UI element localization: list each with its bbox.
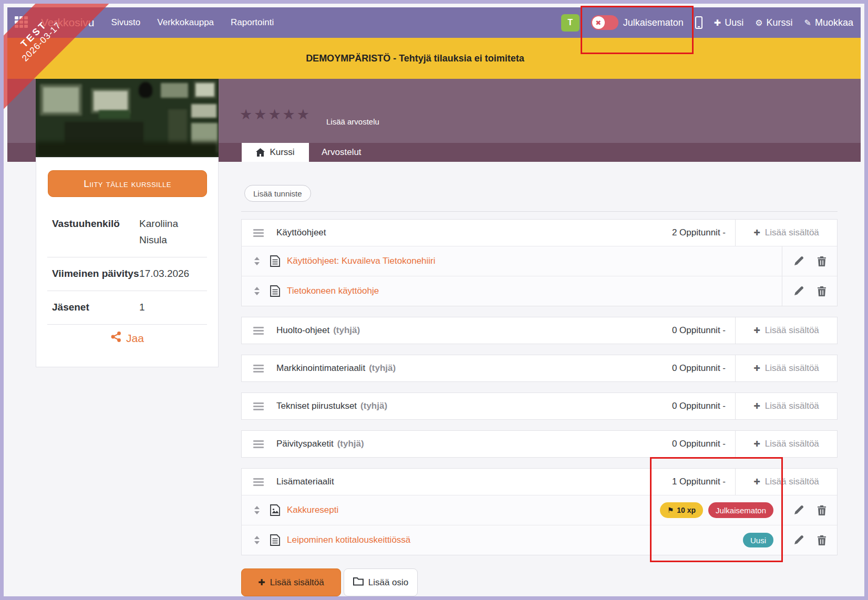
gear-icon: ⚙	[755, 18, 762, 28]
edit-lesson-icon[interactable]	[793, 505, 804, 515]
drag-handle-icon[interactable]	[253, 229, 264, 237]
user-avatar[interactable]: T	[561, 14, 580, 32]
document-icon	[270, 534, 280, 546]
add-content-button[interactable]: ✚ Lisää sisältöä	[735, 355, 837, 381]
field-label: Vastuuhenkilö	[52, 215, 139, 248]
drag-handle-icon[interactable]	[253, 478, 264, 486]
flag-icon: ⚑	[667, 506, 674, 514]
section-lesson-count: 0 Oppitunnit -	[672, 325, 726, 336]
rating-stars[interactable]: ★★★★★	[240, 106, 311, 123]
section-card: Päivityspaketit (tyhjä) 0 Oppitunnit - ✚…	[241, 430, 838, 458]
add-content-button[interactable]: ✚ Lisää sisältöä	[735, 220, 837, 246]
lesson-actions	[782, 246, 837, 276]
sort-handle-icon[interactable]	[254, 287, 260, 295]
add-section-button[interactable]: Lisää osio	[344, 568, 418, 596]
tab-kurssi[interactable]: Kurssi	[242, 143, 309, 162]
lesson-row: Käyttöohjeet: Kuvaileva Tietokonehiiri	[242, 246, 837, 276]
plus-icon: ✚	[714, 18, 721, 28]
add-content-button[interactable]: ✚ Lisää sisältöä	[735, 469, 837, 495]
delete-lesson-icon[interactable]	[817, 535, 826, 546]
drag-handle-icon[interactable]	[253, 327, 264, 335]
section-empty-label: (tyhjä)	[333, 325, 360, 336]
new-button[interactable]: ✚ Uusi	[714, 17, 743, 28]
lesson-title-link[interactable]: Tietokoneen käyttöohje	[287, 286, 379, 296]
badge-label: 10 xp	[677, 506, 696, 514]
share-link[interactable]: Jaa	[36, 331, 218, 345]
add-content-label: Lisää sisältöä	[765, 227, 819, 238]
publish-toggle[interactable]: ✖ Julkaisematon	[591, 15, 684, 30]
drag-handle-icon[interactable]	[253, 440, 264, 448]
delete-lesson-icon[interactable]	[817, 286, 826, 297]
delete-lesson-icon[interactable]	[817, 256, 826, 267]
course-info-card: Liity tälle kurssille VastuuhenkilöKarol…	[36, 157, 219, 367]
course-menu-button[interactable]: ⚙ Kurssi	[755, 17, 792, 28]
section-empty-label: (tyhjä)	[337, 439, 364, 449]
sort-handle-icon[interactable]	[254, 257, 260, 265]
add-content-label: Lisää sisältöä	[765, 363, 819, 374]
course-cover-image	[36, 79, 219, 157]
sort-handle-icon[interactable]	[254, 506, 260, 514]
edit-lesson-icon[interactable]	[793, 286, 804, 296]
mobile-preview-icon[interactable]	[695, 16, 702, 29]
section-title: Huolto-ohjeet	[276, 325, 329, 336]
share-label: Jaa	[126, 332, 144, 345]
add-content-primary-button[interactable]: ✚ Lisää sisältöä	[241, 568, 341, 596]
join-course-button[interactable]: Liity tälle kurssille	[48, 170, 207, 197]
section-lesson-count: 0 Oppitunnit -	[672, 401, 726, 411]
drag-handle-icon[interactable]	[253, 365, 264, 373]
course-menu-label: Kurssi	[767, 17, 793, 28]
section-lesson-count: 0 Oppitunnit -	[672, 363, 726, 374]
edit-lesson-icon[interactable]	[793, 256, 804, 266]
section-title: Päivityspaketit	[276, 439, 334, 449]
field-label: Viimeinen päivitys	[52, 265, 139, 282]
add-content-button[interactable]: ✚ Lisää sisältöä	[735, 393, 837, 419]
lesson-title-link[interactable]: Leipominen kotitalouskeittiössä	[287, 535, 410, 545]
nav-item[interactable]: Sivusto	[111, 17, 141, 28]
new-badge: Uusi	[743, 533, 773, 547]
edit-button-label: Muokkaa	[815, 17, 853, 28]
top-navbar: Verkkosivu SivustoVerkkokauppaRaportoint…	[7, 7, 861, 38]
add-content-button[interactable]: ✚ Lisää sisältöä	[735, 431, 837, 457]
field-value: 1	[139, 299, 207, 315]
delete-lesson-icon[interactable]	[817, 505, 826, 516]
image-document-icon	[270, 504, 280, 516]
section-header-row: Huolto-ohjeet (tyhjä) 0 Oppitunnit - ✚ L…	[242, 317, 837, 344]
apps-grid-icon[interactable]	[15, 16, 28, 29]
lesson-actions	[782, 495, 837, 525]
edit-lesson-icon[interactable]	[793, 535, 804, 545]
add-content-label: Lisää sisältöä	[765, 439, 819, 449]
section-card: Lisämateriaalit 1 Oppitunnit - ✚ Lisää s…	[241, 468, 838, 555]
lesson-title-link[interactable]: Käyttöohjeet: Kuvaileva Tietokonehiiri	[287, 256, 436, 266]
lesson-actions	[782, 525, 837, 555]
lesson-row: Kakkuresepti ⚑10 xpJulkaisematon	[242, 495, 837, 525]
add-content-button[interactable]: ✚ Lisää sisältöä	[735, 317, 837, 344]
add-content-label: Lisää sisältöä	[765, 401, 819, 411]
section-lesson-count: 2 Oppitunnit -	[672, 227, 726, 238]
sort-handle-icon[interactable]	[254, 536, 260, 544]
field-label: Jäsenet	[52, 299, 139, 315]
section-header-row: Käyttöohjeet 2 Oppitunnit - ✚ Lisää sisä…	[242, 220, 837, 246]
drag-handle-icon[interactable]	[253, 402, 264, 410]
field-value: 17.03.2026	[139, 265, 207, 282]
tabs: KurssiArvostelut	[242, 143, 374, 162]
nav-right: T ✖ Julkaisematon ✚ Uusi ⚙ Kurssi ✎ Muok…	[561, 14, 853, 32]
add-tag-button[interactable]: Lisää tunniste	[244, 185, 311, 202]
nav-brand-verkkosivu[interactable]: Verkkosivu	[41, 16, 95, 29]
share-icon	[110, 331, 122, 345]
section-title: Markkinointimateriaalit	[276, 363, 365, 374]
lesson-row: Leipominen kotitalouskeittiössä Uusi	[242, 525, 837, 555]
nav-item[interactable]: Raportointi	[231, 17, 274, 28]
section-title: Lisämateriaalit	[276, 477, 334, 487]
add-review-link[interactable]: Lisää arvostelu	[326, 117, 379, 126]
nav-item[interactable]: Verkkokauppa	[157, 17, 214, 28]
tab-arvostelut[interactable]: Arvostelut	[309, 143, 374, 162]
unpublished-badge: Julkaisematon	[708, 502, 773, 518]
edit-button[interactable]: ✎ Muokkaa	[804, 17, 853, 28]
section-lesson-count: 0 Oppitunnit -	[672, 439, 726, 449]
add-content-label: Lisää sisältöä	[765, 477, 819, 487]
toggle-off-icon[interactable]: ✖	[591, 15, 618, 30]
section-header-row: Päivityspaketit (tyhjä) 0 Oppitunnit - ✚…	[242, 431, 837, 457]
plus-icon: ✚	[753, 439, 760, 449]
document-icon	[270, 285, 280, 297]
lesson-title-link[interactable]: Kakkuresepti	[287, 505, 338, 515]
